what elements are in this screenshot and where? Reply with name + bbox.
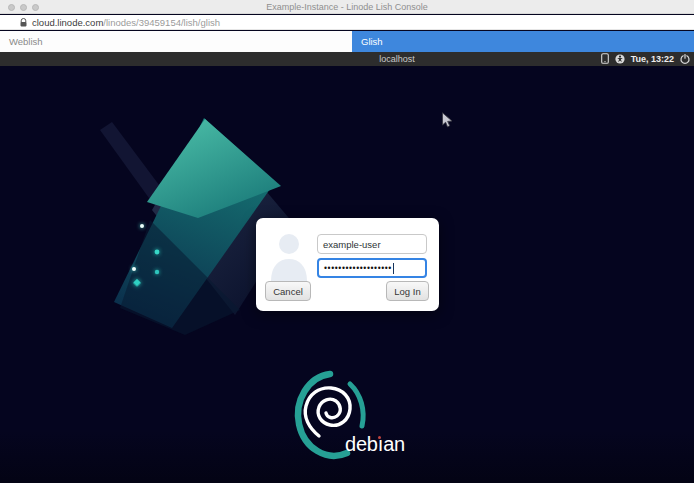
username-input[interactable]: example-user: [317, 234, 427, 254]
password-input[interactable]: •••••••••••••••••••: [317, 258, 427, 278]
debian-wordmark: debıan: [345, 433, 405, 455]
cancel-button-label: Cancel: [273, 286, 303, 297]
url-domain: cloud.linode.com: [32, 17, 103, 28]
tablet-icon: [601, 52, 609, 68]
hostname-label: localhost: [0, 54, 694, 64]
gnome-top-bar: localhost Tue, 13:22: [0, 52, 694, 66]
tab-weblish-label: Weblish: [9, 36, 43, 47]
power-icon[interactable]: [680, 52, 690, 68]
address-text[interactable]: cloud.linode.com/linodes/39459154/lish/g…: [32, 17, 220, 28]
user-avatar: [266, 231, 312, 285]
username-value: example-user: [323, 239, 381, 250]
wordmark-pre: deb: [345, 433, 378, 455]
login-dialog: example-user ••••••••••••••••••• Cancel …: [256, 218, 439, 311]
tab-weblish[interactable]: Weblish: [0, 31, 352, 52]
window-title: Example-Instance - Linode Lish Console: [0, 2, 694, 12]
lish-tab-bar: Weblish Glish: [0, 31, 694, 52]
mouse-cursor: [441, 112, 453, 132]
url-bar[interactable]: cloud.linode.com/linodes/39459154/lish/g…: [0, 15, 694, 30]
titlebar: Example-Instance - Linode Lish Console: [0, 0, 694, 14]
wordmark-i: ı: [378, 433, 383, 455]
system-status-area[interactable]: Tue, 13:22: [601, 52, 690, 66]
accessibility-icon[interactable]: [615, 52, 625, 68]
url-path: /linodes/39459154/lish/glish: [103, 17, 220, 28]
clock-label[interactable]: Tue, 13:22: [631, 54, 674, 64]
login-button[interactable]: Log In: [386, 281, 429, 301]
wordmark-post: an: [383, 433, 405, 455]
browser-window: Example-Instance - Linode Lish Console c…: [0, 0, 694, 483]
text-caret: [393, 263, 394, 274]
cancel-button[interactable]: Cancel: [265, 281, 311, 301]
tab-glish-label: Glish: [361, 36, 383, 47]
lock-icon: [20, 18, 27, 27]
login-button-label: Log In: [394, 286, 420, 297]
glish-console-screen: localhost Tue, 13:22: [0, 52, 694, 483]
password-masked-value: •••••••••••••••••••: [324, 263, 392, 273]
tab-glish[interactable]: Glish: [352, 31, 694, 52]
